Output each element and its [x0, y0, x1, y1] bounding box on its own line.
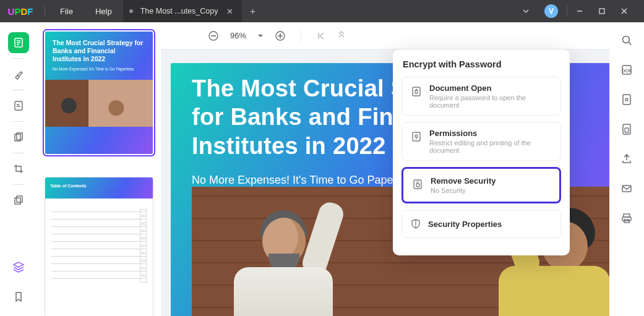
svg-point-19 [625, 98, 628, 101]
svg-rect-2 [15, 101, 22, 110]
organize-pages-button[interactable] [8, 127, 29, 148]
card-title: Remove Security [431, 176, 552, 186]
thumb1-title: The Most Crucial Strategy for Banks and … [53, 39, 145, 63]
svg-point-12 [415, 135, 418, 137]
ocr-icon[interactable]: OCR [619, 62, 635, 78]
workspace: The Most Crucial Strategy for Banks and … [0, 22, 644, 316]
crop-tool-button[interactable] [8, 158, 29, 179]
zoom-dropdown-icon[interactable] [257, 33, 264, 39]
prev-page-button[interactable] [337, 31, 347, 41]
tab-indicator [129, 9, 133, 13]
person-left [224, 205, 354, 316]
svg-text:OCR: OCR [622, 69, 632, 73]
card-subtitle: No Security [431, 187, 552, 194]
menu-file[interactable]: File [49, 7, 84, 16]
rail-separator [13, 184, 24, 185]
thumb1-subtitle: No More Expenses! It's Time to Go Paperl… [53, 67, 145, 71]
separator [45, 6, 45, 17]
window-minimize-button[interactable] [576, 7, 593, 15]
window-maximize-button[interactable] [598, 7, 616, 15]
card-remove-security[interactable]: Remove Security No Security [401, 167, 561, 203]
highlight-tool-button[interactable] [8, 64, 29, 85]
titlebar: UPDF File Help The Most ...utes_Copy ✕ ＋… [0, 0, 644, 22]
layers-button[interactable] [8, 257, 29, 278]
thumbnail-panel: The Most Crucial Strategy for Banks and … [37, 22, 161, 316]
app-logo: UPDF [0, 6, 41, 17]
permissions-icon [410, 130, 423, 143]
zoom-in-button[interactable] [275, 30, 286, 41]
rail-separator [13, 153, 24, 153]
zoom-level-text: 96% [230, 31, 246, 40]
card-subtitle: Require a password to open the document [429, 94, 553, 109]
svg-rect-6 [17, 196, 22, 202]
card-subtitle: Restrict editing and printing of the doc… [429, 139, 553, 154]
document-tab[interactable]: The Most ...utes_Copy ✕ [123, 0, 243, 22]
svg-rect-23 [624, 214, 630, 217]
card-title: Permissions [429, 129, 553, 138]
svg-rect-24 [622, 217, 631, 221]
print-icon[interactable] [619, 210, 635, 226]
svg-rect-22 [622, 186, 631, 192]
first-page-button[interactable] [316, 31, 326, 41]
encrypt-popover: Encrypt with Password Document Open Requ… [393, 49, 570, 255]
document-canvas: 96% The Most Crucial Str for Banks and F… [161, 22, 609, 316]
bookmark-button[interactable] [8, 286, 29, 307]
rail-separator [13, 58, 24, 59]
shield-icon [410, 218, 422, 230]
thumbnail-page-1[interactable]: The Most Crucial Strategy for Banks and … [45, 31, 153, 155]
left-tool-rail [0, 22, 37, 316]
email-icon[interactable] [619, 181, 635, 197]
unlock-icon [411, 177, 424, 191]
svg-rect-18 [623, 95, 630, 105]
toolbar-divider [301, 30, 301, 42]
right-tool-rail: OCR [609, 22, 644, 316]
svg-rect-21 [625, 128, 629, 132]
card-permissions[interactable]: Permissions Restrict editing and printin… [401, 122, 561, 161]
view-toolbar: 96% [161, 22, 609, 49]
zoom-out-button[interactable] [208, 30, 219, 41]
window-close-button[interactable] [620, 7, 638, 15]
add-tab-button[interactable]: ＋ [242, 6, 263, 17]
svg-rect-10 [415, 90, 418, 93]
card-security-properties[interactable]: Security Properties [401, 210, 561, 238]
rail-separator [13, 90, 24, 90]
close-tab-icon[interactable]: ✕ [226, 7, 233, 16]
share-icon[interactable] [619, 151, 635, 167]
thumb2-lines [45, 199, 153, 292]
svg-rect-0 [599, 9, 604, 14]
svg-rect-9 [413, 87, 420, 96]
menu-help[interactable]: Help [84, 7, 123, 16]
svg-rect-5 [15, 198, 20, 204]
popover-heading: Encrypt with Password [403, 59, 560, 69]
rail-separator [13, 121, 24, 122]
svg-rect-14 [416, 184, 419, 187]
batch-tool-button[interactable] [8, 190, 29, 211]
thumbnail-page-2[interactable]: Table of Contents [45, 177, 153, 316]
edit-text-button[interactable] [8, 95, 29, 116]
redact-icon[interactable] [619, 121, 635, 137]
user-avatar[interactable]: V [544, 4, 558, 18]
separator [567, 6, 567, 17]
card-title: Document Open [429, 83, 553, 93]
svg-rect-11 [413, 132, 420, 141]
svg-point-15 [623, 36, 630, 43]
tab-title: The Most ...utes_Copy [140, 7, 218, 15]
thumb2-toc: Table of Contents [50, 184, 148, 188]
reader-mode-button[interactable] [8, 32, 29, 53]
card-document-open[interactable]: Document Open Require a password to open… [401, 77, 561, 116]
search-icon[interactable] [619, 32, 635, 48]
protect-icon[interactable] [619, 92, 635, 108]
card-title: Security Properties [428, 220, 502, 229]
chevron-down-icon[interactable] [522, 7, 539, 15]
thumb1-image [45, 80, 153, 127]
lock-icon [410, 85, 423, 98]
